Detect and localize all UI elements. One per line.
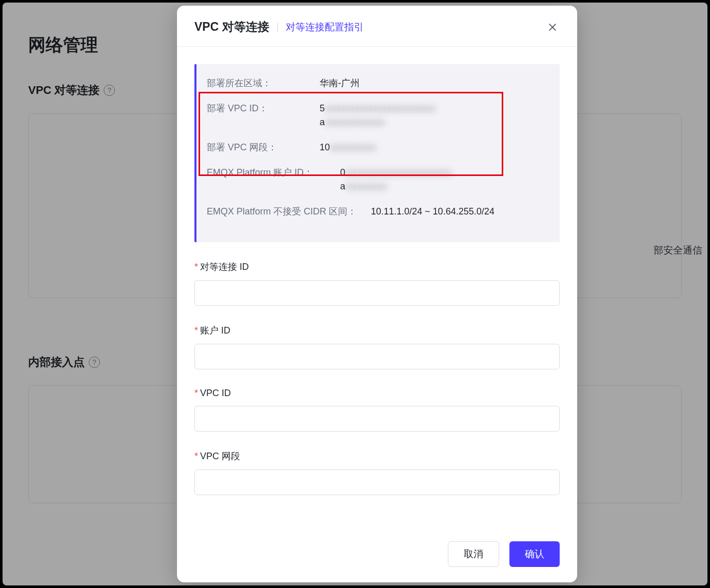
deploy-vpc-cidr-value: 10xxxxxxxxxx [320, 141, 547, 154]
deployment-info-panel: 部署所在区域： 华南-广州 部署 VPC ID： 5xxxxxxxxxxxxxx… [194, 64, 560, 242]
modal-header: VPC 对等连接 | 对等连接配置指引 [177, 6, 577, 47]
platform-account-id-value: 0xxxxxxxxxxxxxxxxxxxxxxx axxxxxxxxx [320, 166, 547, 193]
required-marker: * [194, 262, 198, 272]
account-id-input[interactable] [194, 344, 560, 369]
peer-id-input[interactable] [194, 280, 560, 306]
vpc-id-label-text: VPC ID [200, 388, 231, 398]
redacted-text: xxxxxxxxx [345, 181, 387, 191]
peer-id-label-text: 对等连接 ID [200, 262, 249, 272]
required-marker: * [194, 325, 198, 336]
account-id-prefix: a [340, 181, 345, 191]
vpc-peering-modal: VPC 对等连接 | 对等连接配置指引 部署所在区域： 华南-广州 部署 VPC… [177, 6, 577, 582]
vpc-cidr-label-text: VPC 网段 [200, 451, 240, 461]
cidr-reject-label: EMQX Platform 不接受 CIDR 区间： [207, 205, 371, 219]
region-value: 华南-广州 [320, 76, 547, 90]
peering-guide-link[interactable]: 对等连接配置指引 [286, 21, 364, 34]
vpc-cidr-label: *VPC 网段 [194, 450, 560, 462]
region-label: 部署所在区域： [207, 76, 320, 90]
redacted-text: xxxxxxxxxxxxxxxxxxxxxxx [345, 167, 451, 178]
deploy-vpc-id-label: 部署 VPC ID： [207, 102, 320, 115]
vpc-cidr-input[interactable] [194, 469, 560, 495]
modal-title: VPC 对等连接 [194, 19, 269, 35]
cancel-button[interactable]: 取消 [448, 541, 499, 567]
close-icon [547, 22, 558, 32]
required-marker: * [194, 388, 198, 398]
platform-account-id-label: EMQX Platform 账户 ID： [207, 166, 320, 180]
deploy-vpc-cidr-label: 部署 VPC 网段： [207, 141, 320, 154]
background-text-fragment: 部安全通信 [654, 244, 702, 257]
confirm-button[interactable]: 确认 [509, 541, 560, 567]
vpc-id-prefix: a [320, 117, 325, 127]
page-background: 网络管理 VPC 对等连接 ? 内部接入点 ? 部安全通信 VPC 对等连接 |… [3, 3, 707, 585]
redacted-text: xxxxxxxxxxxxxxxxxxxxxxxx [325, 103, 436, 113]
modal-body: 部署所在区域： 华南-广州 部署 VPC ID： 5xxxxxxxxxxxxxx… [177, 47, 577, 531]
deploy-vpc-id-value: 5xxxxxxxxxxxxxxxxxxxxxxxx axxxxxxxxxxxxx [320, 102, 547, 129]
close-button[interactable] [545, 20, 560, 34]
redacted-text: xxxxxxxxxxxxx [325, 117, 385, 127]
account-id-label: *账户 ID [194, 324, 560, 337]
account-id-label-text: 账户 ID [200, 325, 230, 336]
cidr-prefix: 10 [320, 142, 330, 152]
peer-id-label: *对等连接 ID [194, 261, 560, 273]
vpc-id-input[interactable] [194, 406, 560, 432]
cidr-reject-value: 10.11.1.0/24 ~ 10.64.255.0/24 [371, 205, 547, 219]
redacted-text: xxxxxxxxxx [330, 142, 376, 152]
modal-footer: 取消 确认 [177, 531, 577, 582]
vpc-id-label: *VPC ID [194, 388, 560, 399]
vpc-id-prefix: 5 [320, 103, 325, 113]
divider: | [277, 22, 279, 32]
account-id-prefix: 0 [340, 167, 345, 178]
required-marker: * [194, 451, 198, 461]
